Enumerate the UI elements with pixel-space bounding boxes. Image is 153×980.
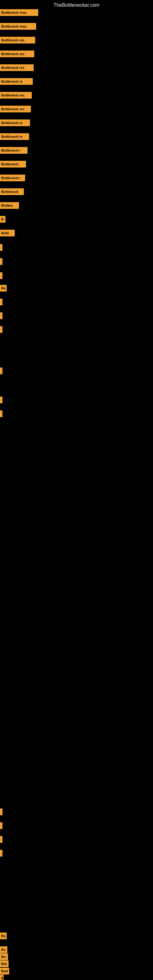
list-item: Bottleneck re <box>0 119 30 126</box>
list-item <box>0 272 2 279</box>
list-item: Bott <box>0 968 9 975</box>
list-item: Bottlen <box>0 202 19 209</box>
list-item <box>0 850 2 857</box>
list-item: Bot <box>0 960 9 967</box>
list-item: Bottleneck r <box>0 175 25 181</box>
list-item <box>0 326 2 333</box>
list-item: Bottleneck <box>0 161 26 167</box>
list-item: Bottleneck res <box>0 51 34 57</box>
list-item: Bo <box>0 953 8 960</box>
list-item <box>0 258 2 265</box>
list-item <box>0 396 2 403</box>
list-item: Bottleneck res <box>0 92 32 99</box>
list-item: Bottleneck res <box>0 64 33 71</box>
list-item <box>0 368 2 374</box>
list-item: Bottleneck res <box>0 37 35 43</box>
list-item <box>0 836 2 843</box>
list-item <box>0 312 2 319</box>
list-item: Bottleneck r <box>0 147 27 154</box>
list-item: Bottleneck re <box>0 78 33 85</box>
list-item <box>0 244 2 251</box>
list-item: Bottleneck resu <box>0 9 38 16</box>
list-item: Bottleneck <box>0 188 24 195</box>
list-item: Bottleneck res <box>0 106 31 112</box>
list-item <box>0 410 2 417</box>
list-item: Bottleneck re <box>0 133 29 140</box>
list-item: Bo <box>0 932 7 939</box>
list-item: Bo <box>0 285 7 291</box>
list-item: Bottleneck resu <box>0 23 36 30</box>
list-item <box>0 822 2 829</box>
list-item: B <box>0 975 4 980</box>
list-item <box>0 299 2 305</box>
list-item <box>0 808 2 815</box>
list-item: Bottl <box>0 230 15 236</box>
list-item: B <box>0 216 5 223</box>
list-item: Bo <box>0 946 7 953</box>
site-title: TheBottlenecker.com <box>0 0 153 10</box>
